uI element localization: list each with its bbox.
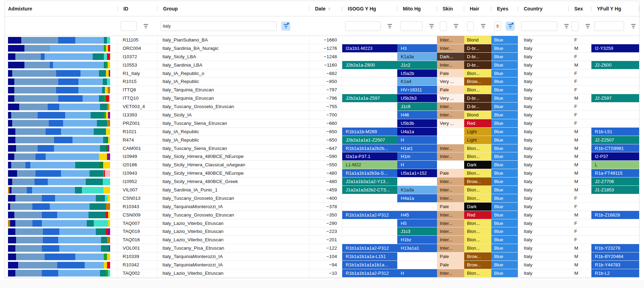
- filter-input-group[interactable]: [160, 21, 277, 31]
- admixture-segment-blue: [48, 104, 59, 110]
- skin-color-chip: Very ...: [437, 94, 464, 102]
- filter-input-skin[interactable]: [440, 21, 447, 31]
- table-row[interactable]: CAM001Italy_Tuscany_Siena_Etruscan−647R1…: [5, 144, 639, 153]
- filter-menu-icon-mito[interactable]: [427, 22, 436, 31]
- table-row[interactable]: TAQ007Italy_Lazio_Viterbo_Etruscan−290H5…: [5, 219, 639, 228]
- table-row[interactable]: R1021Italy_IA_Republic−650R1b1a1b-M269U4…: [5, 128, 639, 136]
- admixture-segment-aqua: [82, 187, 104, 194]
- eye-color-chip: Blue: [491, 219, 518, 227]
- filter-menu-icon-id[interactable]: [141, 22, 150, 31]
- admixture-segment-navy: [8, 70, 12, 77]
- filter-menu-icon-yfull[interactable]: [629, 22, 638, 31]
- admixture-segment-aqua: [107, 37, 110, 44]
- filter-input-yfull[interactable]: [594, 21, 624, 31]
- admixture-segment-slate: [15, 128, 46, 135]
- column-header-admixture[interactable]: Admixture: [5, 1, 118, 16]
- table-row[interactable]: I10372Italy_Sicily_LBA−1248K1a3aDark...D…: [5, 53, 639, 61]
- filter-menu-icon-group[interactable]: [281, 22, 290, 31]
- admixture-segment-yellow: [108, 212, 110, 218]
- cell-isogg: R1b1a1b1a1a2-P312: [342, 211, 397, 219]
- column-header-country[interactable]: Country: [518, 1, 569, 16]
- column-header-isogg[interactable]: ISOGG Y Hg: [342, 1, 397, 16]
- table-row[interactable]: ORC004Italy_Sardinia_BA_Nuragic−1276I2a1…: [5, 44, 639, 53]
- admixture-segment-aqua: [105, 195, 107, 202]
- admixture-segment-sky: [46, 153, 99, 160]
- cell-hair: D-br...: [464, 53, 491, 61]
- table-row[interactable]: TAQ016Italy_Lazio_Viterbo_Etruscan−201H1…: [5, 236, 639, 244]
- table-row[interactable]: CSN009Italy_Tuscany_Grosseto_Etruscan−35…: [5, 211, 639, 219]
- filter-menu-icon-country[interactable]: [562, 22, 571, 31]
- column-header-id[interactable]: ID: [118, 1, 158, 16]
- table-row[interactable]: R1_ItalyItaly_IA_Republic_o−882U5a2bPale…: [5, 69, 639, 78]
- table-row[interactable]: CSN013Italy_Tuscany_Grosseto_Etruscan−40…: [5, 194, 639, 203]
- admixture-segment-sky: [32, 187, 75, 194]
- column-header-hair[interactable]: Hair: [464, 1, 491, 16]
- filter-menu-icon-isogg[interactable]: [385, 22, 394, 31]
- column-header-sex[interactable]: Sex: [569, 1, 591, 16]
- column-header-group[interactable]: Group: [158, 1, 309, 16]
- admixture-bar: [8, 195, 110, 202]
- cell-country: Italy: [518, 244, 569, 252]
- table-row[interactable]: R474Italy_IA_Republic−650J2b2a1a1a1-Z250…: [5, 136, 639, 144]
- filter-input-isogg[interactable]: [345, 21, 381, 31]
- column-header-date[interactable]: Date↑: [309, 1, 342, 16]
- admixture-segment-slate: [17, 170, 36, 177]
- cell-eyes: Blue: [491, 86, 518, 94]
- cell-group: Italy_Sicily_LBA: [158, 53, 309, 61]
- filter-input-country[interactable]: [521, 21, 557, 31]
- table-row[interactable]: ITTQ8Italy_Tarquinia_Etruscan−797HV+1631…: [5, 86, 639, 94]
- table-row[interactable]: R11105Italy_PianSultano_BA−1660Inter...B…: [5, 36, 639, 44]
- table-row[interactable]: ITTQ10Italy_Tarquinia_Etruscan−796J2b2a1…: [5, 94, 639, 103]
- filter-menu-icon-skin[interactable]: [451, 22, 460, 31]
- cell-eyes: Blue: [491, 177, 518, 185]
- table-row[interactable]: VIL007Italy_Sardinia_IA_Punic_1−459J1a2a…: [5, 186, 639, 194]
- table-row[interactable]: VET003_4Italy_Tuscany_Grosseto_Etruscan−…: [5, 103, 639, 111]
- filter-input-hair[interactable]: [467, 21, 474, 31]
- table-row[interactable]: I10949Italy_Sicily_Himera_480BCE_NEurope…: [5, 152, 639, 161]
- column-header-eyes[interactable]: Eyes: [491, 1, 518, 16]
- column-header-yfull[interactable]: YFull Y Hg: [591, 1, 639, 16]
- table-row[interactable]: R10339Italy_TarquiniaMonterozzi_IA−104R1…: [5, 252, 639, 261]
- column-header-mito[interactable]: Mito Hg: [397, 1, 437, 16]
- filter-menu-icon-sex[interactable]: [583, 22, 592, 31]
- filter-input-sex[interactable]: [572, 21, 578, 31]
- table-row[interactable]: R10343Italy_TarquiniaMonterozzi_IA−378Pa…: [5, 203, 639, 211]
- table-row[interactable]: I13393Italy_Sicily_IA−700H46Inter...Blon…: [5, 111, 639, 119]
- admixture-segment-navy: [8, 45, 24, 52]
- yfull-haplogroup-chip: R1b-Y44783: [591, 261, 639, 269]
- cell-sex: M: [569, 94, 591, 102]
- cell-sex: F: [569, 77, 591, 85]
- table-row[interactable]: I10943Italy_Sicily_Himera_480BCE_NEurope…: [5, 169, 639, 177]
- hair-color-chip: Blon...: [464, 144, 491, 152]
- cell-sex: M: [569, 261, 591, 269]
- admixture-bar: [8, 53, 110, 60]
- cell-skin: Inter...: [437, 152, 464, 160]
- hair-color-chip: Brow...: [464, 252, 491, 260]
- cell-date: −400: [309, 194, 342, 202]
- filter-menu-icon-hair[interactable]: [478, 22, 488, 31]
- admixture-bar: [8, 95, 110, 102]
- filter-input-id[interactable]: [121, 21, 137, 31]
- column-header-skin[interactable]: Skin: [437, 1, 464, 16]
- admixture-segment-navy: [8, 237, 16, 243]
- cell-isogg: J1a2a1a2d2b2-CTS...: [342, 186, 397, 194]
- filter-input-eyes[interactable]: [494, 21, 501, 31]
- table-row[interactable]: I10952Italy_Sicily_Himera_480BCE_Greek−4…: [5, 177, 639, 186]
- table-row[interactable]: R1015Italy_IA_Republic−850K1a4Very ...Br…: [5, 77, 639, 86]
- cell-id: R10342: [118, 261, 158, 269]
- table-row[interactable]: VOL001Italy_Tuscany_Pisa_Etruscan−122R1b…: [5, 244, 639, 252]
- admixture-segment-blue: [49, 120, 63, 127]
- admixture-segment-slate: [12, 187, 27, 194]
- table-row[interactable]: I10553Italy_Sardinia_LBA−1160J2b2a1a-Z60…: [5, 61, 639, 69]
- filter-input-mito[interactable]: [400, 21, 422, 31]
- table-row[interactable]: TAQ002Italy_Lazio_Viterbo_Etruscan−10R1b…: [5, 269, 639, 278]
- table-row[interactable]: R10342Italy_TarquiniaMonterozzi_IA−94R1b…: [5, 261, 639, 269]
- table-row[interactable]: I20166Italy_Sicily_Himera_Classical_oAeg…: [5, 161, 639, 169]
- table-row[interactable]: PRZ001Italy_Tuscany_Siena_Etruscan−660U5…: [5, 119, 639, 128]
- skin-color-chip: Pale: [437, 261, 464, 269]
- admixture-segment-navy: [8, 120, 12, 127]
- table-row[interactable]: TAQ019Italy_Lazio_Viterbo_Etruscan−223J1…: [5, 227, 639, 236]
- cell-group: Italy_Sardinia_LBA: [158, 61, 309, 69]
- cell-country: Italy: [518, 136, 569, 144]
- filter-menu-icon-eyes[interactable]: [506, 22, 515, 31]
